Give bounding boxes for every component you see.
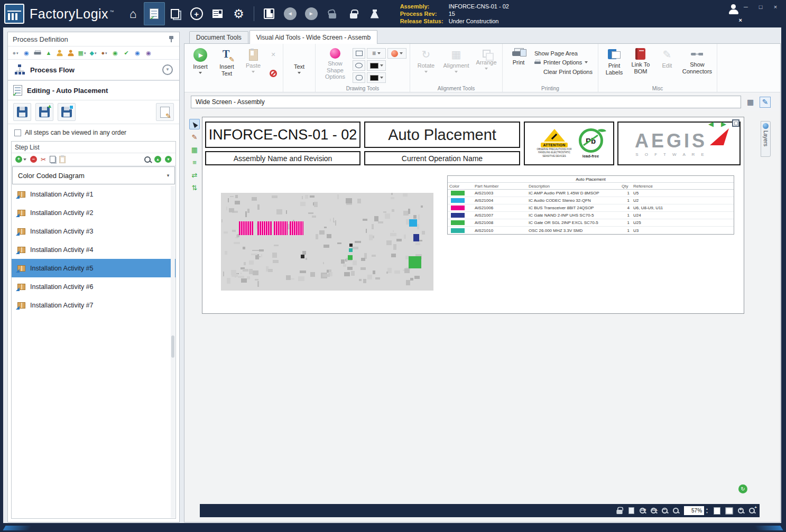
zoom-all-button[interactable]: ALL [651, 508, 656, 514]
back-button[interactable]: ◄ [280, 2, 301, 25]
pan-button[interactable] [628, 507, 634, 514]
paste-button[interactable]: Paste [241, 46, 266, 73]
next-page-button[interactable]: ▶ [718, 119, 729, 128]
operator-button[interactable] [66, 48, 76, 58]
swap-horizontal-tool[interactable]: ⇄ [189, 170, 200, 180]
collapse-icon[interactable]: ▼ [162, 64, 173, 75]
table-row[interactable]: AIS21003IC AMP Audio PWR 1.45W D 8MSOP1U… [448, 190, 734, 197]
zoom-in-button[interactable]: + [738, 508, 744, 514]
cut-button[interactable]: ✂ [41, 156, 46, 163]
insert-text-button[interactable]: T✎ Insert Text [214, 46, 239, 77]
forward-button[interactable]: ► [301, 2, 322, 25]
process-definition-button[interactable] [144, 2, 165, 25]
export-button[interactable]: ▲ [44, 48, 53, 58]
swap-vertical-tool[interactable]: ⇅ [189, 182, 200, 193]
tab-visual-aid-tools[interactable]: Visual Aid Tools - Wide Screen - Assemb [249, 30, 377, 44]
step-list-item[interactable]: Installation Activity #1 [12, 185, 175, 203]
table-row[interactable]: AIS21004IC Audio CODEC Stereo 32-QFN1U2 [448, 197, 734, 204]
step-list-item[interactable]: Installation Activity #7 [12, 296, 175, 314]
assembly-title-box[interactable]: INFORCE-CNS-01 - 02 [205, 122, 360, 148]
arrange-button[interactable]: Arrange [474, 46, 499, 70]
remove-step-button[interactable]: − [30, 156, 37, 163]
table-row[interactable]: AIS21006IC BUS Transceiver 8BIT 24QSOP4U… [448, 204, 734, 212]
lock-button[interactable] [343, 2, 364, 25]
document-title-input[interactable]: Wide Screen - Assembly [191, 96, 741, 108]
home-button[interactable]: ⌂ [123, 2, 144, 25]
step-list-item[interactable]: Installation Activity #2 [12, 203, 175, 222]
operation-title-box[interactable]: Auto Placement [364, 122, 520, 148]
pcb-board[interactable] [221, 193, 433, 291]
maximize-view-button[interactable] [732, 119, 739, 127]
print-labels-button[interactable]: Print Labels [602, 46, 627, 76]
navigate-button[interactable]: ◉ [22, 48, 31, 58]
esd-warning-box[interactable]: ATTENTION OBSERVE PRECAUTIONS FOR HANDLI… [524, 122, 614, 165]
layers-tab[interactable]: Layers [761, 121, 771, 157]
save-button[interactable] [258, 2, 280, 25]
step-list-item[interactable]: Installation Activity #4 [12, 240, 175, 259]
info-button[interactable]: ◉ [133, 48, 142, 58]
process-flow-row[interactable]: Process Flow ▼ [8, 60, 179, 81]
settings-button[interactable]: ⚙ [228, 2, 249, 25]
show-connectors-button[interactable]: Show Connectors [681, 46, 714, 74]
find-step-button[interactable] [144, 156, 151, 163]
line-style-dropdown[interactable]: ≡ [367, 48, 386, 59]
menu-button[interactable]: ●▾ [11, 48, 20, 58]
zoom-out-button[interactable]: − [662, 508, 668, 514]
refresh-button[interactable]: ↻ [738, 484, 747, 493]
edit-button[interactable]: ✎Edit [654, 46, 680, 69]
fit-page-button[interactable] [714, 507, 720, 515]
view-order-option[interactable]: All steps can be viewed in any order [8, 124, 179, 141]
grid-tool[interactable]: ▦ [189, 144, 200, 155]
link-to-bom-button[interactable]: Link To BOM [628, 46, 653, 74]
zoom-spinner[interactable]: ▲▼ [706, 508, 708, 514]
zoom-100-button[interactable]: 100 [640, 508, 645, 514]
ellipse-tool[interactable] [353, 60, 365, 71]
rotate-button[interactable]: ↻Rotate [413, 46, 439, 73]
maximize-button[interactable]: □ [753, 1, 768, 13]
scrollbar-thumb[interactable] [171, 335, 174, 358]
fit-width-button[interactable] [726, 507, 733, 515]
table-row[interactable]: AIS21010OSC 26.000 MHZ 3.3V SMD1U3 [448, 227, 734, 234]
diagram-type-dropdown[interactable]: Color Coded Diagram ▾ [12, 166, 175, 184]
zoom-window-button[interactable] [673, 508, 679, 514]
select-tool[interactable] [189, 119, 200, 129]
add-step-button[interactable]: + [15, 156, 26, 163]
lock-view-button[interactable] [616, 507, 623, 515]
edit-notes-button[interactable]: ✎ [156, 103, 174, 121]
alignment-button[interactable]: ▦Alignment [440, 46, 473, 73]
fill-color-dropdown[interactable] [367, 72, 386, 83]
history-button[interactable]: ●▾ [99, 48, 109, 58]
insert-button[interactable]: ▶ Insert [188, 46, 213, 74]
unlock-button[interactable] [322, 2, 343, 25]
rectangle-tool[interactable] [353, 48, 365, 59]
pin-icon[interactable] [168, 35, 174, 43]
zoom-level-input[interactable]: 57% [684, 506, 704, 515]
checkbox[interactable] [14, 129, 21, 136]
navigator-button[interactable]: + [186, 2, 207, 25]
move-down-button[interactable]: ▼ [165, 156, 172, 163]
print-button[interactable]: Print [506, 46, 531, 66]
reports-button[interactable] [207, 2, 228, 25]
printer-options-button[interactable]: Printer Options [534, 59, 593, 66]
assign-user-button[interactable] [55, 48, 64, 58]
print-flow-button[interactable] [33, 48, 42, 58]
edit-mode-button[interactable]: ✎ [760, 97, 771, 108]
table-row[interactable]: AIS21007IC Gate NAND 2-INP UHS SC70-51U2… [448, 212, 734, 219]
palette-button[interactable]: ◆▾ [88, 48, 98, 58]
align-tool[interactable]: ≡ [189, 157, 200, 167]
minimize-button[interactable]: ─ [738, 1, 753, 13]
grid-view-button[interactable]: ▦ [745, 97, 756, 108]
assembly-caption-box[interactable]: Assembly Name and Revision [205, 151, 360, 165]
table-row[interactable]: AIS21008IC Gate OR SGL 2INP EXCL SC70-51… [448, 219, 734, 227]
close-button[interactable]: × [768, 1, 783, 13]
scrollbar[interactable] [171, 186, 175, 518]
save-checkin-button[interactable]: ▲ [35, 103, 53, 121]
inspection-button[interactable] [364, 2, 385, 25]
documents-button[interactable] [165, 2, 186, 25]
prev-page-button[interactable]: ◀ [706, 119, 716, 128]
delete-button[interactable]: ✕ [270, 52, 277, 58]
layout-button[interactable]: ▦▾ [77, 48, 87, 58]
zoom-step-button[interactable]: + [749, 508, 755, 514]
show-shape-options-button[interactable]: Show Shape Options [319, 46, 352, 80]
annotate-tool[interactable]: ✎ [189, 132, 200, 142]
